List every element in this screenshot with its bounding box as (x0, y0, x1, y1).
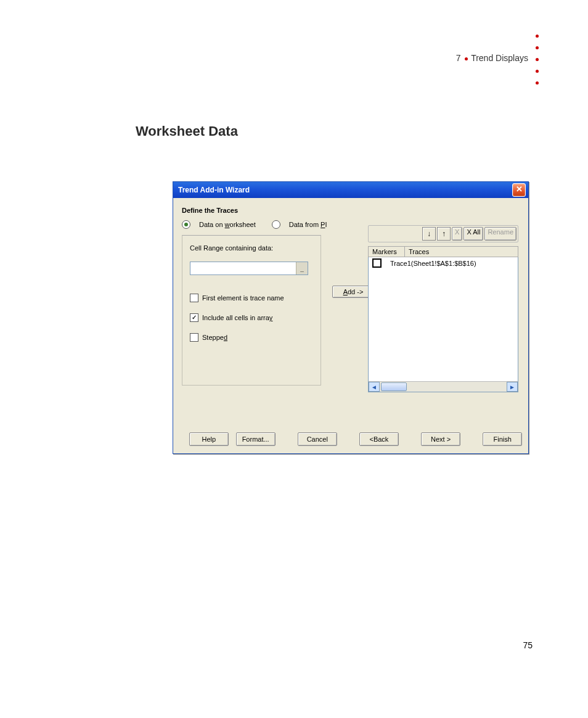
radio-label-pi[interactable]: Data from PI (289, 221, 327, 228)
checkbox-stepped[interactable] (190, 333, 198, 342)
dot-icon (536, 58, 539, 61)
dot-icon (536, 35, 539, 38)
decorative-dots (536, 35, 539, 85)
back-button[interactable]: <Back (359, 432, 399, 446)
col-markers[interactable]: Markers (369, 247, 405, 257)
cell-range-combo[interactable]: _ (190, 262, 308, 275)
cell-range-group: Cell Range containing data: _ First elem… (182, 235, 321, 386)
traces-toolbar: ↓ ↑ X X All Rename (368, 225, 518, 242)
col-traces[interactable]: Traces (405, 247, 518, 257)
traces-panel: ↓ ↑ X X All Rename Markers Traces Trace1… (368, 225, 518, 392)
finish-button[interactable]: Finish (483, 432, 522, 446)
next-button[interactable]: Next > (421, 432, 460, 446)
checkbox-include-array-label[interactable]: Include all cells in array (202, 314, 272, 321)
scroll-right-button[interactable]: ► (507, 382, 518, 392)
dot-icon (536, 70, 539, 73)
dialog-buttons: Help Format... Cancel <Back Next > Finis… (173, 427, 528, 453)
chapter-title: Trend Displays (471, 53, 528, 63)
checkbox-first-element[interactable] (190, 294, 198, 302)
dialog-title: Trend Add-in Wizard (178, 186, 250, 194)
checkbox-first-element-label[interactable]: First element is trace name (202, 294, 284, 302)
close-button[interactable]: ✕ (512, 183, 526, 197)
section-title: Worksheet Data (136, 123, 238, 139)
dot-icon (536, 46, 539, 49)
radio-data-on-worksheet[interactable] (182, 220, 190, 229)
range-picker-button[interactable]: _ (296, 262, 308, 274)
cancel-button[interactable]: Cancel (298, 432, 337, 446)
trace-label: Trace1(Sheet1!$A$1:$B$16) (390, 260, 476, 267)
rename-button[interactable]: Rename (484, 227, 517, 241)
page-header: 7 Trend Displays (456, 35, 539, 85)
move-down-button[interactable]: ↓ (422, 227, 436, 241)
dialog-heading: Define the Traces (182, 207, 520, 214)
checkbox-include-array[interactable] (190, 313, 198, 322)
cell-range-input[interactable] (190, 262, 296, 274)
chapter-number: 7 (456, 53, 461, 63)
radio-label-worksheet[interactable]: Data on worksheet (199, 221, 256, 228)
chapter-label: 7 Trend Displays (456, 53, 528, 63)
horizontal-scrollbar[interactable]: ◄ ► (369, 381, 518, 392)
dot-icon (465, 57, 468, 60)
move-up-button[interactable]: ↑ (437, 227, 451, 241)
column-headers: Markers Traces (368, 246, 518, 257)
radio-data-from-pi[interactable] (272, 220, 280, 229)
remove-button[interactable]: X (452, 227, 462, 241)
remove-all-button[interactable]: X All (463, 227, 483, 241)
dot-icon (536, 81, 539, 85)
trend-wizard-dialog: Trend Add-in Wizard ✕ Define the Traces … (173, 181, 529, 454)
checkbox-stepped-label[interactable]: Stepped (202, 334, 227, 341)
marker-icon[interactable] (372, 258, 382, 268)
scroll-thumb[interactable] (381, 382, 407, 391)
scroll-track[interactable] (380, 382, 507, 391)
page-number: 75 (523, 640, 533, 650)
titlebar[interactable]: Trend Add-in Wizard ✕ (173, 182, 528, 198)
format-button[interactable]: Format... (236, 432, 276, 446)
traces-list[interactable]: Trace1(Sheet1!$A$1:$B$16) ◄ ► (368, 257, 518, 392)
list-item[interactable]: Trace1(Sheet1!$A$1:$B$16) (369, 257, 518, 269)
help-button[interactable]: Help (189, 432, 229, 446)
scroll-left-button[interactable]: ◄ (369, 382, 380, 392)
cell-range-label: Cell Range containing data: (190, 244, 313, 252)
